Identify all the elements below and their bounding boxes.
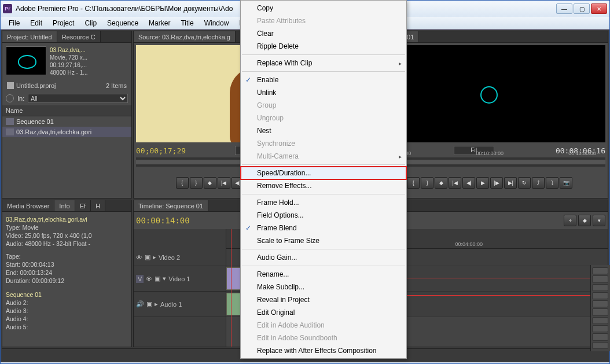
tab-media-browser[interactable]: Media Browser bbox=[2, 200, 54, 211]
lock-icon[interactable]: ▣ bbox=[146, 300, 152, 308]
info-end: End: 00:00:13:24 bbox=[6, 269, 128, 277]
marker-button[interactable]: ◆ bbox=[578, 215, 591, 226]
clip-audio: 48000 Hz - 1... bbox=[50, 69, 88, 76]
mark-out-button[interactable]: } bbox=[190, 177, 203, 189]
razor-tool[interactable] bbox=[592, 308, 608, 315]
menu-item-edit-original[interactable]: Edit Original bbox=[241, 306, 406, 319]
in-label: In: bbox=[17, 95, 24, 102]
selection-tool[interactable] bbox=[592, 267, 608, 274]
clip-tc: 00;19;27;16,... bbox=[50, 61, 88, 69]
menu-item-field-options[interactable]: Field Options... bbox=[241, 209, 406, 222]
menu-separator bbox=[242, 266, 405, 266]
clip-thumbnail bbox=[6, 46, 46, 75]
mark-in-button[interactable]: { bbox=[176, 177, 189, 189]
menu-item-replace-with-after-effects-composition[interactable]: Replace with After Effects Composition bbox=[241, 344, 406, 357]
goto-in-button[interactable]: |◀ bbox=[449, 177, 461, 189]
info-tape: Tape: bbox=[6, 252, 128, 260]
lock-icon[interactable]: ▣ bbox=[145, 253, 150, 261]
set-marker-button[interactable]: ◆ bbox=[204, 177, 216, 189]
menu-item-rename[interactable]: Rename... bbox=[241, 268, 406, 281]
clip-type: Movie, 720 x... bbox=[50, 54, 88, 61]
tab-resource[interactable]: Resource C bbox=[57, 31, 101, 42]
step-fwd-button[interactable]: |▶ bbox=[490, 177, 503, 189]
speaker-icon[interactable]: 🔊 bbox=[136, 300, 144, 308]
close-button[interactable]: ✕ bbox=[591, 3, 607, 14]
menu-item-make-subclip[interactable]: Make Subclip... bbox=[241, 281, 406, 293]
settings-button[interactable]: ▾ bbox=[593, 215, 605, 226]
filter-select[interactable]: All bbox=[28, 94, 128, 103]
menu-project[interactable]: Project bbox=[48, 18, 79, 28]
menu-item-audio-gain[interactable]: Audio Gain... bbox=[241, 251, 406, 264]
eye-icon[interactable]: 👁 bbox=[136, 254, 142, 261]
zoom-tool[interactable] bbox=[592, 342, 608, 349]
track-select-tool[interactable] bbox=[592, 275, 608, 282]
tab-source[interactable]: Source: 03.Raz,dva,tri,elochka.g bbox=[134, 31, 236, 42]
timeline-timecode[interactable]: 00:00:14:00 bbox=[136, 216, 190, 225]
menu-item-speed-duration[interactable]: Speed/Duration... bbox=[241, 167, 406, 179]
snap-button[interactable]: ⌖ bbox=[564, 215, 576, 226]
program-view[interactable] bbox=[374, 45, 606, 142]
project-item-sequence[interactable]: Sequence 01 bbox=[2, 116, 131, 127]
menu-item-frame-hold[interactable]: Frame Hold... bbox=[241, 196, 406, 209]
menu-window[interactable]: Window bbox=[200, 18, 234, 28]
menu-item-nest[interactable]: Nest bbox=[241, 124, 406, 137]
menu-item-clear[interactable]: Clear bbox=[241, 27, 406, 40]
tab-info[interactable]: Info bbox=[54, 200, 75, 211]
track-head-a1[interactable]: 🔊 ▣ ▸ Audio 1 bbox=[134, 292, 226, 317]
playhead[interactable] bbox=[231, 229, 231, 347]
tab-history[interactable]: H bbox=[91, 200, 105, 211]
menu-item-frame-blend[interactable]: Frame Blend bbox=[241, 222, 406, 234]
hand-tool[interactable] bbox=[592, 333, 608, 340]
export-frame-button[interactable]: 📷 bbox=[560, 177, 572, 189]
info-type: Type: Movie bbox=[6, 223, 128, 231]
eye-icon[interactable]: 👁 bbox=[146, 275, 152, 282]
tab-timeline[interactable]: Timeline: Sequence 01 bbox=[134, 200, 208, 211]
info-a5: Audio 5: bbox=[6, 323, 128, 331]
tab-project[interactable]: Project: Untitled bbox=[2, 31, 57, 42]
info-sequence: Sequence 01 bbox=[6, 291, 128, 299]
menu-item-ungroup: Ungroup bbox=[241, 112, 406, 124]
menu-item-enable[interactable]: Enable bbox=[241, 73, 406, 86]
slip-tool[interactable] bbox=[592, 317, 608, 324]
program-scrubber[interactable]: 00:05:00:00 00:10:00:00 00:15:00:00 bbox=[374, 157, 606, 167]
loop-button[interactable]: ↻ bbox=[518, 177, 531, 189]
mark-out-button[interactable]: } bbox=[421, 177, 433, 189]
pen-tool[interactable] bbox=[592, 325, 608, 332]
play-button[interactable]: ▶ bbox=[476, 177, 489, 189]
search-icon[interactable] bbox=[6, 94, 14, 102]
menu-item-scale-to-frame-size[interactable]: Scale to Frame Size bbox=[241, 234, 406, 247]
set-marker-button[interactable]: ◆ bbox=[435, 177, 447, 189]
menu-item-unlink[interactable]: Unlink bbox=[241, 86, 406, 99]
lift-button[interactable]: ⤴ bbox=[532, 177, 545, 189]
menu-file[interactable]: File bbox=[4, 18, 24, 28]
extract-button[interactable]: ⤵ bbox=[546, 177, 558, 189]
minimize-button[interactable]: — bbox=[556, 3, 572, 14]
menu-separator bbox=[242, 164, 405, 165]
menu-item-replace-with-clip[interactable]: Replace With Clip bbox=[241, 57, 406, 69]
tab-effects[interactable]: Ef bbox=[75, 200, 91, 211]
track-head-v2[interactable]: 👁 ▣ ▸ Video 2 bbox=[134, 249, 226, 266]
name-column-header[interactable]: Name bbox=[2, 105, 131, 116]
mark-in-button[interactable]: { bbox=[407, 177, 420, 189]
rate-stretch-tool[interactable] bbox=[592, 300, 608, 307]
maximize-button[interactable]: ▢ bbox=[574, 3, 590, 14]
source-timecode[interactable]: 00;00;17;29 bbox=[136, 146, 186, 155]
menu-edit[interactable]: Edit bbox=[25, 18, 47, 28]
menu-item-copy[interactable]: Copy bbox=[241, 2, 406, 14]
menu-item-reveal-in-project[interactable]: Reveal in Project bbox=[241, 293, 406, 306]
menu-clip[interactable]: Clip bbox=[80, 18, 101, 28]
menu-sequence[interactable]: Sequence bbox=[102, 18, 143, 28]
ripple-tool[interactable] bbox=[592, 284, 608, 291]
track-head-v1[interactable]: V 👁 ▣ ▾ Video 1 bbox=[134, 266, 226, 292]
project-item-clip[interactable]: 03.Raz,dva,tri,elochka.gori bbox=[2, 127, 131, 137]
menu-title[interactable]: Title bbox=[176, 18, 198, 28]
menu-item-remove-effects[interactable]: Remove Effects... bbox=[241, 179, 406, 192]
goto-in-button[interactable]: |◀ bbox=[218, 177, 230, 189]
step-back-button[interactable]: ◀| bbox=[462, 177, 475, 189]
item-count: 2 Items bbox=[106, 82, 127, 89]
menu-item-ripple-delete[interactable]: Ripple Delete bbox=[241, 40, 406, 53]
menu-marker[interactable]: Marker bbox=[144, 18, 175, 28]
rolling-tool[interactable] bbox=[592, 292, 608, 299]
goto-out-button[interactable]: ▶| bbox=[504, 177, 517, 189]
lock-icon[interactable]: ▣ bbox=[155, 275, 160, 282]
